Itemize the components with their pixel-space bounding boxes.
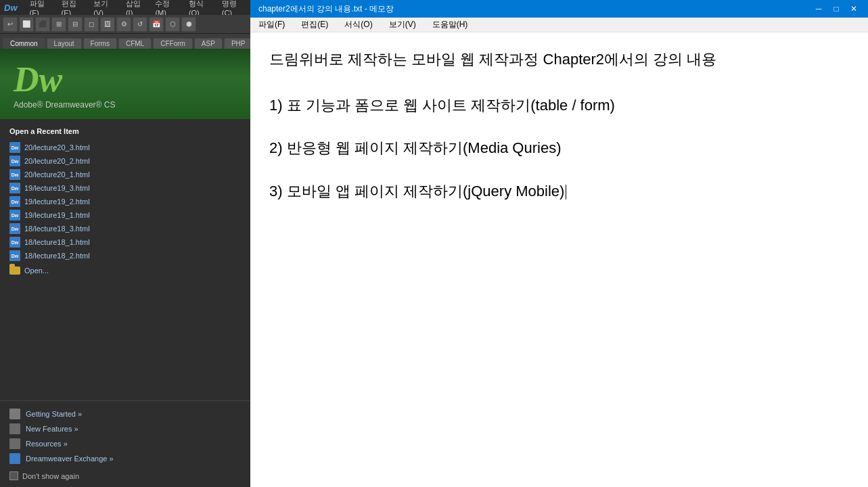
open-folder-item[interactable]: Open... — [9, 265, 241, 276]
notepad-content[interactable]: 드림위버로 제작하는 모바일 웹 제작과정 Chapter2에서의 강의 내용 … — [250, 32, 868, 487]
minimize-button[interactable]: ─ — [810, 0, 827, 18]
window-controls: ─ □ ✕ — [810, 0, 863, 18]
resources-label: Resources » — [26, 440, 68, 448]
file-icon: Dw — [9, 196, 20, 207]
new-features-label: New Features » — [26, 425, 78, 433]
menu-command[interactable]: 명령(C) — [222, 0, 246, 17]
notepad-title: chapter2에서의 강의 내용.txt - 메모장 — [258, 3, 394, 15]
file-icon: Dw — [9, 183, 20, 193]
file-icon: Dw — [9, 156, 20, 166]
recent-title: Open a Recent Item — [9, 127, 241, 135]
recent-file-label: 18/lecture18_3.html — [24, 225, 90, 233]
menu-insert[interactable]: 삽입(I) — [126, 0, 147, 17]
file-icon: Dw — [9, 223, 20, 234]
dreamweaver-window: Dw 파일(F) 편집(E) 보기(V) 삽입(I) 수정(M) 형식(O) 명… — [0, 0, 250, 487]
toolbar-btn-3[interactable]: ⬛ — [35, 17, 50, 32]
dont-show-checkbox[interactable] — [9, 471, 18, 480]
file-icon: Dw — [9, 169, 20, 180]
toolbar-btn-8[interactable]: ⚙ — [116, 17, 131, 32]
recent-file-label: 19/lecture19_2.html — [24, 198, 90, 206]
dw-logo-icon: Dw — [4, 3, 18, 13]
dw-tabs-bar: Common Layout Forms CFML CFForm ASP PHP — [0, 34, 250, 49]
toolbar-btn-7[interactable]: 🖼 — [100, 17, 115, 32]
recent-file-label: 19/lecture19_3.html — [24, 184, 90, 192]
dw-brand-area: Dw Adobe® Dreamweaver® CS — [0, 49, 250, 119]
recent-file-label: 20/lecture20_1.html — [24, 170, 90, 179]
exchange-icon — [9, 453, 20, 464]
notepad-menubar: 파일(F) 편집(E) 서식(O) 보기(V) 도움말(H) — [250, 18, 868, 32]
tab-asp[interactable]: ASP — [194, 38, 223, 49]
exchange-link[interactable]: Dreamweaver Exchange » — [9, 451, 241, 466]
menu-modify[interactable]: 수정(M) — [155, 0, 180, 17]
notepad-menu-file[interactable]: 파일(F) — [256, 18, 288, 32]
list-item[interactable]: Dw 20/lecture20_2.html — [9, 154, 241, 168]
recent-file-label: 19/lecture19_1.html — [24, 211, 90, 219]
exchange-label: Dreamweaver Exchange » — [26, 455, 114, 463]
file-icon: Dw — [9, 237, 20, 248]
list-item[interactable]: Dw 18/lecture18_1.html — [9, 235, 241, 249]
toolbar-btn-2[interactable]: ⬜ — [19, 17, 34, 32]
menu-file[interactable]: 파일(F) — [30, 0, 53, 17]
resources-link[interactable]: Resources » — [9, 436, 241, 451]
content-title: 드림위버로 제작하는 모바일 웹 제작과정 Chapter2에서의 강의 내용 — [269, 46, 849, 73]
getting-started-label: Getting Started » — [26, 410, 82, 418]
notepad-titlebar: chapter2에서의 강의 내용.txt - 메모장 ─ □ ✕ — [250, 0, 868, 18]
list-item[interactable]: Dw 19/lecture19_1.html — [9, 208, 241, 222]
menu-edit[interactable]: 편집(E) — [62, 0, 86, 17]
content-item-2: 2) 반응형 웹 페이지 제작하기(Media Quries) — [269, 135, 849, 162]
recent-file-label: 20/lecture20_2.html — [24, 157, 90, 165]
tab-layout[interactable]: Layout — [47, 38, 82, 49]
getting-started-link[interactable]: Getting Started » — [9, 407, 241, 421]
menu-format[interactable]: 형식(O) — [189, 0, 214, 17]
toolbar-btn-12[interactable]: ⬢ — [181, 17, 196, 32]
toolbar-btn-4[interactable]: ⊞ — [51, 17, 66, 32]
tab-common[interactable]: Common — [3, 38, 45, 49]
list-item[interactable]: Dw 19/lecture19_3.html — [9, 181, 241, 195]
toolbar-btn-9[interactable]: ↺ — [133, 17, 147, 32]
recent-file-label: 18/lecture18_2.html — [24, 252, 90, 260]
list-item[interactable]: Dw 18/lecture18_3.html — [9, 222, 241, 235]
toolbar-btn-10[interactable]: 📅 — [149, 17, 164, 32]
notepad-window: chapter2에서의 강의 내용.txt - 메모장 ─ □ ✕ 파일(F) … — [250, 0, 868, 487]
document-icon — [9, 438, 20, 449]
document-icon — [9, 423, 20, 434]
file-icon: Dw — [9, 250, 20, 261]
notepad-menu-format[interactable]: 서식(O) — [342, 18, 375, 32]
dw-app-logo: Dw — [14, 62, 237, 97]
dont-show-label: Don't show again — [22, 472, 79, 480]
notepad-menu-help[interactable]: 도움말(H) — [430, 18, 471, 32]
new-features-link[interactable]: New Features » — [9, 421, 241, 436]
tab-cfml[interactable]: CFML — [118, 38, 152, 49]
content-item-1: 1) 표 기능과 폼으로 웹 사이트 제작하기(table / form) — [269, 92, 849, 119]
toolbar-btn-11[interactable]: ⬡ — [165, 17, 180, 32]
dw-footer: Don't show again — [0, 466, 250, 487]
tab-forms[interactable]: Forms — [83, 38, 117, 49]
list-item[interactable]: Dw 20/lecture20_1.html — [9, 168, 241, 181]
tab-php[interactable]: PHP — [224, 38, 253, 49]
open-label: Open... — [24, 266, 49, 275]
toolbar-btn-5[interactable]: ⊟ — [68, 17, 83, 32]
recent-file-label: 20/lecture20_3.html — [24, 143, 90, 152]
file-icon: Dw — [9, 210, 20, 221]
text-cursor — [566, 185, 566, 200]
notepad-menu-edit[interactable]: 편집(E) — [298, 18, 331, 32]
toolbar-btn-1[interactable]: ↩ — [3, 17, 18, 32]
recent-file-label: 18/lecture18_1.html — [24, 238, 90, 246]
dw-splash-panel: Dw Adobe® Dreamweaver® CS Open a Recent … — [0, 49, 250, 487]
list-item[interactable]: Dw 20/lecture20_3.html — [9, 141, 241, 154]
notepad-menu-view[interactable]: 보기(V) — [386, 18, 419, 32]
dw-toolbar: ↩ ⬜ ⬛ ⊞ ⊟ ◻ 🖼 ⚙ ↺ 📅 ⬡ ⬢ — [0, 15, 250, 34]
folder-icon — [9, 266, 20, 275]
dw-app-name: Adobe® Dreamweaver® CS — [14, 100, 237, 110]
document-icon — [9, 409, 20, 419]
dw-recent-panel: Open a Recent Item Dw 20/lecture20_3.htm… — [0, 119, 250, 400]
menu-view[interactable]: 보기(V) — [93, 0, 118, 17]
tab-cfform[interactable]: CFForm — [153, 38, 193, 49]
content-item-3: 3) 모바일 앱 페이지 제작하기(jQuery Mobile) — [269, 178, 849, 205]
maximize-button[interactable]: □ — [827, 0, 845, 18]
toolbar-btn-6[interactable]: ◻ — [84, 17, 99, 32]
file-icon: Dw — [9, 142, 20, 153]
list-item[interactable]: Dw 19/lecture19_2.html — [9, 195, 241, 208]
close-button[interactable]: ✕ — [845, 0, 863, 18]
list-item[interactable]: Dw 18/lecture18_2.html — [9, 249, 241, 262]
